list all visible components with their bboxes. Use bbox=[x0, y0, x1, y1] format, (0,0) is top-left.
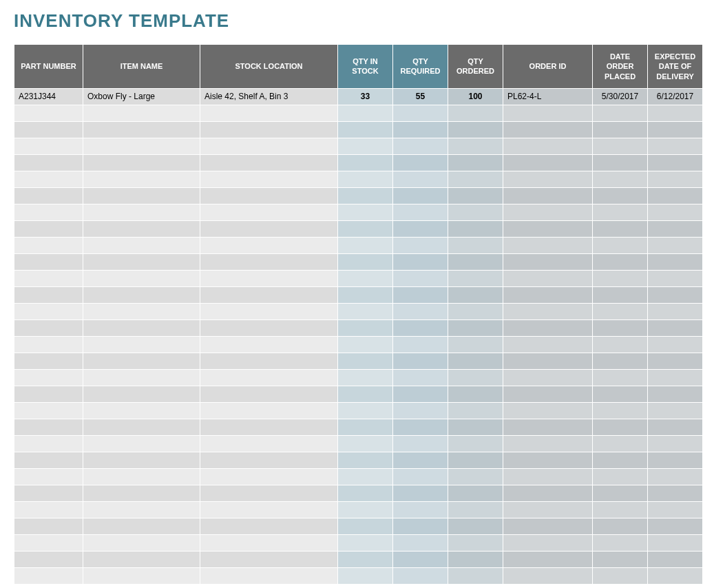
cell-part-number[interactable] bbox=[14, 551, 83, 567]
cell-item-name[interactable] bbox=[83, 435, 200, 452]
cell-qty-required[interactable] bbox=[393, 138, 448, 154]
cell-date-order-placed[interactable] bbox=[593, 253, 648, 270]
cell-date-order-placed[interactable] bbox=[593, 501, 648, 518]
cell-qty-in-stock[interactable] bbox=[338, 402, 393, 419]
cell-qty-in-stock[interactable] bbox=[338, 187, 393, 204]
cell-order-id[interactable] bbox=[503, 336, 593, 353]
cell-qty-in-stock[interactable]: 33 bbox=[338, 88, 393, 105]
cell-qty-in-stock[interactable] bbox=[338, 369, 393, 386]
cell-expected-delivery[interactable] bbox=[648, 369, 703, 386]
cell-stock-location[interactable] bbox=[200, 105, 338, 121]
cell-item-name[interactable] bbox=[83, 353, 200, 369]
cell-qty-required[interactable] bbox=[393, 187, 448, 204]
cell-date-order-placed[interactable] bbox=[593, 303, 648, 319]
cell-qty-ordered[interactable] bbox=[448, 452, 503, 468]
cell-order-id[interactable] bbox=[503, 303, 593, 319]
cell-stock-location[interactable] bbox=[200, 567, 338, 584]
cell-expected-delivery[interactable] bbox=[648, 452, 703, 468]
cell-date-order-placed[interactable] bbox=[593, 419, 648, 435]
cell-expected-delivery[interactable] bbox=[648, 402, 703, 419]
cell-qty-in-stock[interactable] bbox=[338, 303, 393, 319]
cell-order-id[interactable] bbox=[503, 402, 593, 419]
cell-qty-required[interactable] bbox=[393, 105, 448, 121]
cell-date-order-placed[interactable] bbox=[593, 105, 648, 121]
cell-part-number[interactable] bbox=[14, 336, 83, 353]
cell-qty-ordered[interactable] bbox=[448, 485, 503, 501]
cell-order-id[interactable] bbox=[503, 171, 593, 187]
cell-date-order-placed[interactable] bbox=[593, 336, 648, 353]
cell-date-order-placed[interactable] bbox=[593, 485, 648, 501]
cell-order-id[interactable] bbox=[503, 534, 593, 551]
cell-qty-in-stock[interactable] bbox=[338, 567, 393, 584]
cell-part-number[interactable] bbox=[14, 187, 83, 204]
cell-qty-required[interactable] bbox=[393, 468, 448, 485]
cell-item-name[interactable] bbox=[83, 419, 200, 435]
cell-qty-required[interactable] bbox=[393, 567, 448, 584]
cell-item-name[interactable]: Oxbow Fly - Large bbox=[83, 88, 200, 105]
table-row[interactable] bbox=[14, 121, 703, 138]
cell-qty-required[interactable] bbox=[393, 336, 448, 353]
cell-date-order-placed[interactable] bbox=[593, 435, 648, 452]
table-row[interactable] bbox=[14, 501, 703, 518]
cell-item-name[interactable] bbox=[83, 303, 200, 319]
cell-part-number[interactable] bbox=[14, 171, 83, 187]
cell-item-name[interactable] bbox=[83, 286, 200, 303]
cell-part-number[interactable] bbox=[14, 253, 83, 270]
cell-expected-delivery[interactable] bbox=[648, 501, 703, 518]
cell-expected-delivery[interactable] bbox=[648, 105, 703, 121]
cell-order-id[interactable] bbox=[503, 121, 593, 138]
cell-order-id[interactable] bbox=[503, 518, 593, 534]
cell-stock-location[interactable] bbox=[200, 237, 338, 253]
cell-qty-ordered[interactable] bbox=[448, 551, 503, 567]
table-row[interactable] bbox=[14, 518, 703, 534]
cell-item-name[interactable] bbox=[83, 386, 200, 402]
table-row[interactable] bbox=[14, 386, 703, 402]
cell-stock-location[interactable] bbox=[200, 319, 338, 336]
cell-date-order-placed[interactable] bbox=[593, 286, 648, 303]
table-row[interactable] bbox=[14, 237, 703, 253]
cell-order-id[interactable] bbox=[503, 419, 593, 435]
cell-qty-in-stock[interactable] bbox=[338, 319, 393, 336]
cell-qty-ordered[interactable] bbox=[448, 501, 503, 518]
cell-item-name[interactable] bbox=[83, 485, 200, 501]
cell-part-number[interactable] bbox=[14, 501, 83, 518]
table-row[interactable] bbox=[14, 452, 703, 468]
cell-qty-ordered[interactable] bbox=[448, 187, 503, 204]
cell-expected-delivery[interactable] bbox=[648, 485, 703, 501]
cell-order-id[interactable] bbox=[503, 501, 593, 518]
table-row[interactable] bbox=[14, 270, 703, 286]
cell-item-name[interactable] bbox=[83, 402, 200, 419]
cell-expected-delivery[interactable] bbox=[648, 253, 703, 270]
cell-qty-in-stock[interactable] bbox=[338, 485, 393, 501]
cell-stock-location[interactable] bbox=[200, 534, 338, 551]
cell-qty-in-stock[interactable] bbox=[338, 386, 393, 402]
cell-stock-location[interactable] bbox=[200, 138, 338, 154]
cell-part-number[interactable] bbox=[14, 402, 83, 419]
table-row[interactable] bbox=[14, 171, 703, 187]
table-row[interactable]: A231J344Oxbow Fly - LargeAisle 42, Shelf… bbox=[14, 88, 703, 105]
cell-date-order-placed[interactable] bbox=[593, 353, 648, 369]
cell-qty-in-stock[interactable] bbox=[338, 204, 393, 220]
cell-qty-ordered[interactable] bbox=[448, 419, 503, 435]
table-row[interactable] bbox=[14, 319, 703, 336]
cell-stock-location[interactable] bbox=[200, 270, 338, 286]
cell-date-order-placed[interactable] bbox=[593, 121, 648, 138]
cell-qty-in-stock[interactable] bbox=[338, 138, 393, 154]
cell-expected-delivery[interactable] bbox=[648, 121, 703, 138]
cell-stock-location[interactable] bbox=[200, 485, 338, 501]
cell-date-order-placed[interactable] bbox=[593, 204, 648, 220]
cell-order-id[interactable] bbox=[503, 204, 593, 220]
cell-qty-ordered[interactable] bbox=[448, 105, 503, 121]
cell-qty-required[interactable] bbox=[393, 204, 448, 220]
cell-date-order-placed[interactable] bbox=[593, 138, 648, 154]
cell-stock-location[interactable] bbox=[200, 171, 338, 187]
cell-qty-in-stock[interactable] bbox=[338, 105, 393, 121]
cell-qty-in-stock[interactable] bbox=[338, 468, 393, 485]
cell-item-name[interactable] bbox=[83, 121, 200, 138]
cell-qty-ordered[interactable] bbox=[448, 204, 503, 220]
cell-qty-required[interactable] bbox=[393, 419, 448, 435]
cell-stock-location[interactable] bbox=[200, 220, 338, 237]
cell-expected-delivery[interactable] bbox=[648, 518, 703, 534]
cell-part-number[interactable] bbox=[14, 319, 83, 336]
cell-qty-required[interactable] bbox=[393, 286, 448, 303]
